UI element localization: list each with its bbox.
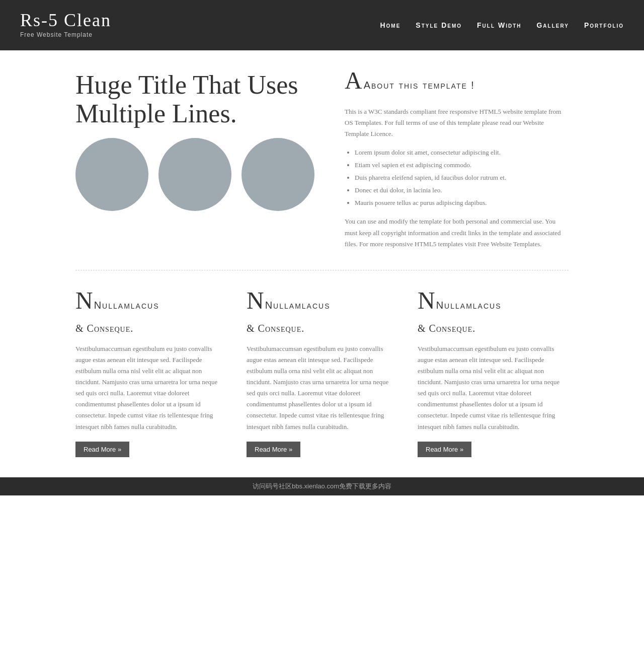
about-footer: You can use and modify the template for … bbox=[345, 216, 569, 249]
col3-heading1: NNullamlacus bbox=[418, 291, 569, 316]
footer-watermark: 访问码号社区bbs.xienlao.com免费下载更多内容 bbox=[0, 477, 644, 496]
watermark-text: 访问码号社区bbs.xienlao.com免费下载更多内容 bbox=[253, 482, 391, 490]
hero-images bbox=[75, 138, 314, 211]
col3-body: Vestibulumaccumsan egestibulum eu justo … bbox=[418, 343, 569, 433]
col1-drop-cap: N bbox=[75, 291, 93, 311]
col2-heading1-text: Nullamlacus bbox=[265, 300, 331, 311]
col1-heading1: NNullamlacus bbox=[75, 291, 226, 316]
col1-heading2: & Conseque. bbox=[75, 320, 226, 336]
about-list-item-4: Donec et dui dolor, in lacinia leo. bbox=[355, 185, 569, 196]
col3-drop-cap: N bbox=[418, 291, 435, 311]
hero-section: Huge Title That Uses Multiple Lines. AAb… bbox=[75, 70, 569, 250]
nav-home[interactable]: Home bbox=[380, 20, 400, 31]
nav-full-width[interactable]: Full Width bbox=[477, 20, 521, 31]
nav-style-demo[interactable]: Style Demo bbox=[416, 20, 462, 31]
about-drop-cap: A bbox=[345, 70, 363, 91]
col1-body: Vestibulumaccumsan egestibulum eu justo … bbox=[75, 343, 226, 433]
about-list-item-1: Lorem ipsum dolor sit amet, consectetur … bbox=[355, 148, 569, 158]
logo-area: Rs-5 Clean Free Website Template bbox=[20, 11, 111, 40]
col3-heading1-text: Nullamlacus bbox=[436, 300, 502, 311]
hero-image-1 bbox=[75, 138, 148, 211]
col1-read-more-button[interactable]: Read More » bbox=[75, 442, 129, 457]
col2-heading1: NNullamlacus bbox=[247, 291, 397, 316]
hero-image-2 bbox=[158, 138, 231, 211]
hero-right: AAbout this template ! This is a W3C sta… bbox=[345, 70, 569, 250]
about-desc: This is a W3C standards compliant free r… bbox=[345, 106, 569, 139]
about-list-item-3: Duis pharetra eleifend sapien, id faucib… bbox=[355, 173, 569, 183]
col2-drop-cap: N bbox=[247, 291, 264, 311]
hero-left: Huge Title That Uses Multiple Lines. bbox=[75, 70, 314, 250]
hero-title: Huge Title That Uses Multiple Lines. bbox=[75, 70, 314, 128]
nav-portfolio[interactable]: Portfolio bbox=[584, 20, 624, 31]
col2-read-more-button[interactable]: Read More » bbox=[247, 442, 300, 457]
col2-heading2: & Conseque. bbox=[247, 320, 397, 336]
about-heading: AAbout this template ! bbox=[345, 70, 569, 96]
main-nav: Home Style Demo Full Width Gallery Portf… bbox=[380, 20, 624, 31]
logo-title: Rs-5 Clean bbox=[20, 11, 111, 31]
col1-heading1-text: Nullamlacus bbox=[94, 300, 159, 311]
col3-heading2: & Conseque. bbox=[418, 320, 569, 336]
site-header: Rs-5 Clean Free Website Template Home St… bbox=[0, 0, 644, 50]
about-list-item-2: Etiam vel sapien et est adipiscing commo… bbox=[355, 160, 569, 171]
main-content: Huge Title That Uses Multiple Lines. AAb… bbox=[55, 50, 589, 477]
column-2: NNullamlacus & Conseque. Vestibulumaccum… bbox=[247, 291, 397, 457]
col2-body: Vestibulumaccumsan egestibulum eu justo … bbox=[247, 343, 397, 433]
column-1: NNullamlacus & Conseque. Vestibulumaccum… bbox=[75, 291, 226, 457]
about-list: Lorem ipsum dolor sit amet, consectetur … bbox=[345, 148, 569, 208]
three-columns: NNullamlacus & Conseque. Vestibulumaccum… bbox=[75, 291, 569, 477]
about-list-item-5: Mauris posuere tellus ac purus adipiscin… bbox=[355, 198, 569, 208]
nav-gallery[interactable]: Gallery bbox=[536, 20, 569, 31]
logo-subtitle: Free Website Template bbox=[20, 30, 111, 40]
hero-image-3 bbox=[242, 138, 314, 211]
col3-read-more-button[interactable]: Read More » bbox=[418, 442, 471, 457]
column-3: NNullamlacus & Conseque. Vestibulumaccum… bbox=[418, 291, 569, 457]
about-heading-text: About this template ! bbox=[364, 80, 475, 91]
section-divider bbox=[75, 270, 569, 270]
